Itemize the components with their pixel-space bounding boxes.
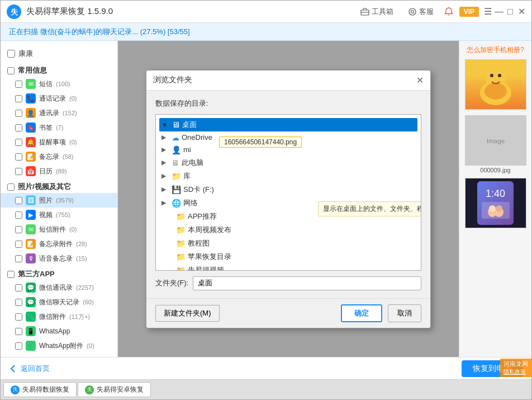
sidebar-item-sms[interactable]: ✉ 短信 (100) — [1, 77, 117, 91]
photos-checkbox[interactable] — [15, 197, 22, 204]
toolbox-button[interactable]: 工具箱 — [356, 5, 398, 18]
sidebar-item-wechat-contacts[interactable]: 💬 微信通讯录 (2257) — [1, 280, 117, 295]
sidebar-item-wechat-attachments[interactable]: 📎 微信附件 (11万+) — [1, 309, 117, 324]
encrypt-tip[interactable]: 怎么加密手机相册? — [467, 45, 524, 55]
sidebar-item-whatsapp[interactable]: 📱 WhatsApp — [1, 324, 117, 338]
tree-item-tutorial-images[interactable]: 📁 教程图 — [159, 237, 417, 250]
sidebar-item-reminders[interactable]: 🔔 提醒事项 (0) — [1, 135, 117, 149]
notes-count: (58) — [63, 153, 74, 160]
watermark: 河南龙网 隐私政策 — [500, 359, 531, 377]
folder-icon-desktop: 🖥 — [172, 120, 180, 129]
vip-badge[interactable]: VIP — [459, 7, 479, 17]
menu-button[interactable]: ☰ — [483, 7, 492, 16]
wechat-chat-checkbox[interactable] — [15, 299, 22, 306]
voice-label: 语音备忘录 — [39, 254, 73, 263]
whatsapp-checkbox[interactable] — [15, 328, 22, 335]
new-folder-button[interactable]: 新建文件夹(M) — [155, 305, 220, 322]
svg-point-10 — [490, 74, 493, 77]
section-common-checkbox[interactable] — [7, 67, 15, 74]
notes-label: 备忘录 — [39, 152, 59, 162]
contacts-checkbox[interactable] — [15, 110, 22, 117]
sidebar-item-voice-notes[interactable]: 🎙 语音备忘录 (15) — [1, 251, 117, 266]
modal-close-button[interactable]: ✕ — [416, 75, 424, 86]
modal-body: 数据保存的目录: 1605664506147440.png ▼ 🖥 桌面 — [146, 91, 430, 298]
whatsapp-att-checkbox[interactable] — [15, 342, 22, 350]
wechat-contacts-count: (2257) — [76, 284, 94, 291]
sidebar-item-photos[interactable]: 🖼 照片 (3579) — [1, 193, 117, 208]
sms-att-label: 短信附件 — [39, 225, 66, 234]
call-log-label: 通话记录 — [39, 94, 66, 103]
sidebar-item-sms-attachments[interactable]: ✉ 短信附件 (0) — [1, 222, 117, 237]
tree-item-library[interactable]: ▶ 📁 库 — [159, 170, 417, 183]
svg-point-11 — [498, 74, 501, 77]
notes-icon: 📝 — [26, 152, 36, 162]
pc-icon: 🖥 — [172, 158, 179, 167]
calendar-count: (89) — [56, 168, 67, 175]
sidebar: 康康 常用信息 ✉ 短信 (100) 📞 通话记录 (0) — [1, 41, 118, 357]
calendar-label: 日历 — [39, 167, 53, 176]
tree-label-this-pc: 此电脑 — [182, 158, 415, 168]
filename-tooltip: 1605664506147440.png — [219, 137, 302, 148]
sidebar-item-wechat-chat[interactable]: 💬 微信聊天记录 (60) — [1, 295, 117, 309]
tree-label-shiyide-video: 失易得视频 — [188, 265, 415, 271]
notes-checkbox[interactable] — [15, 153, 22, 161]
voice-checkbox[interactable] — [15, 255, 22, 262]
tree-item-weekly-video[interactable]: 📁 本周视频发布 — [159, 223, 417, 237]
folder-icon-tutorial: 📁 — [176, 239, 186, 248]
tree-item-desktop[interactable]: ▼ 🖥 桌面 — [159, 118, 417, 131]
section-common-info-title: 常用信息 — [7, 65, 111, 76]
toolbar-actions: 工具箱 客服 VIP — [356, 5, 479, 18]
section-third-party: 第三方APP — [1, 266, 117, 280]
sidebar-item-whatsapp-attachments[interactable]: 📎 WhatsApp附件 (0) — [1, 338, 117, 353]
cancel-button[interactable]: 取消 — [388, 304, 421, 322]
wechat-att-checkbox[interactable] — [15, 313, 22, 321]
call-log-checkbox[interactable] — [15, 95, 22, 102]
sidebar-item-videos[interactable]: ▶ 视频 (755) — [1, 208, 117, 222]
svg-point-5 — [411, 10, 414, 13]
confirm-button[interactable]: 确定 — [341, 304, 382, 322]
bookmarks-checkbox[interactable] — [15, 124, 22, 131]
taskbar-label-2: 失易得安卓恢复 — [97, 385, 144, 394]
sms-att-count: (0) — [69, 226, 77, 233]
bookmarks-icon: 🔖 — [26, 123, 36, 133]
taskbar-item-android-recovery[interactable]: 失 失易得安卓恢复 — [78, 382, 151, 397]
sidebar-item-notes-attachments[interactable]: 📝 备忘录附件 (28) — [1, 237, 117, 251]
sms-checkbox[interactable] — [15, 81, 22, 88]
tree-item-shiyide-video[interactable]: 📁 失易得视频 — [159, 263, 417, 271]
sidebar-item-calendar[interactable]: 📅 日历 (89) — [1, 164, 117, 178]
sidebar-user: 康康 — [1, 45, 117, 62]
customer-service-button[interactable]: 客服 — [403, 5, 438, 18]
fat-man-image — [466, 60, 526, 109]
videos-checkbox[interactable] — [15, 211, 22, 219]
sidebar-item-bookmarks[interactable]: 🔖 书签 (7) — [1, 120, 117, 135]
sd-card-icon: 💾 — [172, 185, 181, 194]
user-checkbox[interactable] — [7, 50, 15, 58]
close-button[interactable]: ✕ — [517, 7, 526, 16]
thumbnail-2-container: Image 000009.jpg — [465, 115, 526, 173]
minimize-button[interactable]: — — [495, 7, 504, 16]
tree-item-this-pc[interactable]: ▶ 🖥 此电脑 — [159, 156, 417, 170]
wechat-chat-label: 微信聊天记录 — [39, 298, 79, 307]
reminders-checkbox[interactable] — [15, 139, 22, 146]
sidebar-item-contacts[interactable]: 👤 通讯录 (152) — [1, 106, 117, 120]
tree-item-apple-recovery[interactable]: 📁 苹果恢复目录 — [159, 250, 417, 263]
folder-icon-library: 📁 — [172, 172, 181, 181]
taskbar-item-data-recovery[interactable]: 失 失易得数据恢复 — [3, 382, 77, 397]
sms-att-checkbox[interactable] — [15, 226, 22, 233]
bell-icon[interactable] — [444, 7, 454, 17]
maximize-button[interactable]: □ — [506, 7, 515, 16]
section-photos-checkbox[interactable] — [7, 183, 15, 191]
right-panel: 怎么加密手机相册? — [459, 41, 531, 357]
app-title: 失易得苹果恢复 1.5.9.0 — [26, 6, 356, 17]
calendar-checkbox[interactable] — [15, 168, 22, 175]
notes-att-checkbox[interactable] — [15, 241, 22, 248]
sidebar-item-notes[interactable]: 📝 备忘录 (58) — [1, 149, 117, 164]
tree-arrow-network: ▶ — [162, 199, 169, 206]
sidebar-item-call-log[interactable]: 📞 通话记录 (0) — [1, 91, 117, 106]
section-third-party-checkbox[interactable] — [7, 271, 15, 278]
back-button[interactable]: 返回首页 — [9, 364, 50, 374]
wechat-contacts-checkbox[interactable] — [15, 284, 22, 291]
folder-input[interactable] — [193, 276, 421, 290]
tree-item-sd-card[interactable]: ▶ 💾 SD卡 (F:) — [159, 183, 417, 196]
modal-buttons: 新建文件夹(M) 确定 取消 — [146, 298, 430, 328]
